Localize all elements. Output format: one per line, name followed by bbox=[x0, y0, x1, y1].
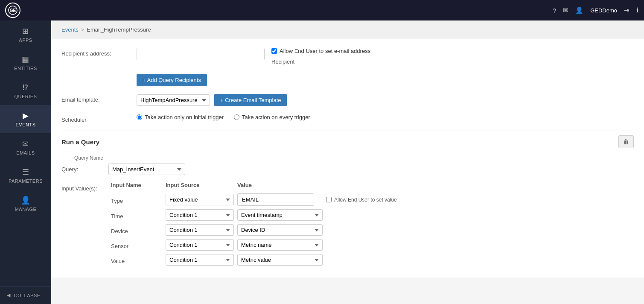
value-value-select[interactable]: Metric value bbox=[237, 254, 323, 266]
sidebar-item-events[interactable]: ▶ EVENTS bbox=[0, 105, 51, 133]
scheduler-option-2[interactable]: Take action on every trigger bbox=[234, 114, 310, 120]
query-name-col-label: Query Name bbox=[74, 155, 634, 161]
recipient-field: Allow End User to set e-mail address Rec… bbox=[137, 48, 634, 66]
content-area: Recipient's address: Allow End User to s… bbox=[51, 39, 644, 278]
sidebar-label-manage: MANAGE bbox=[15, 207, 37, 212]
delete-button[interactable]: 🗑 bbox=[618, 135, 634, 148]
col-input-name: Input Name bbox=[111, 182, 162, 188]
apps-icon: ⊞ bbox=[22, 26, 29, 36]
sidebar-item-emails[interactable]: ✉ EMAILS bbox=[0, 133, 51, 161]
top-navbar: GE ? ✉ 👤 GEDDemo ⇥ ℹ bbox=[0, 0, 644, 20]
device-input-source-select[interactable]: Condition 1 bbox=[166, 224, 234, 236]
ge-logo: GE bbox=[5, 3, 20, 18]
breadcrumb-separator: > bbox=[81, 26, 85, 33]
input-values-label: Input Value(s): bbox=[61, 182, 104, 192]
sidebar-label-events: EVENTS bbox=[15, 122, 35, 127]
table-row: Type Fixed value Allow End User to set v… bbox=[111, 193, 634, 206]
scheduler-option-2-label: Take action on every trigger bbox=[242, 114, 310, 120]
add-query-recipients-button[interactable]: + Add Query Recipients bbox=[137, 74, 207, 86]
section-divider bbox=[61, 131, 634, 131]
recipient-input[interactable] bbox=[137, 48, 265, 60]
allow-end-user-value-label: Allow End User to set value bbox=[334, 197, 397, 203]
email-template-select[interactable]: HighTempAndPressure bbox=[137, 94, 210, 106]
sidebar-item-entities[interactable]: ▦ ENTITIES bbox=[0, 49, 51, 77]
query-label: Query: bbox=[61, 166, 104, 172]
time-input-source-select[interactable]: Condition 1 bbox=[166, 209, 234, 221]
iv-table-header: Input Name Input Source Value bbox=[111, 182, 634, 190]
query-name-section: Query Name Query: Map_InsertEvent bbox=[61, 155, 634, 175]
row-label-value: Value bbox=[111, 255, 162, 264]
scheduler-radio-2[interactable] bbox=[234, 114, 239, 120]
run-query-section: Run a Query 🗑 Query Name Query: Map_Inse… bbox=[61, 135, 634, 269]
entities-icon: ▦ bbox=[22, 55, 29, 64]
row-label-type: Type bbox=[111, 195, 162, 204]
scheduler-field: Take action only on initial trigger Take… bbox=[137, 114, 634, 120]
table-row: Sensor Condition 1 Metric name bbox=[111, 239, 634, 251]
sidebar-label-emails: EMAILS bbox=[16, 150, 35, 155]
col-extra bbox=[326, 182, 634, 188]
run-query-header: Run a Query 🗑 bbox=[61, 135, 634, 148]
sidebar-item-apps[interactable]: ⊞ APPS bbox=[0, 20, 51, 49]
svg-text:GE: GE bbox=[10, 8, 16, 13]
collapse-icon: ◀ bbox=[7, 292, 11, 298]
scheduler-option-1[interactable]: Take action only on initial trigger bbox=[137, 114, 224, 120]
events-icon: ▶ bbox=[23, 111, 29, 120]
sidebar-item-queries[interactable]: ⁉ QUERIES bbox=[0, 77, 51, 105]
query-row: Query: Map_InsertEvent bbox=[61, 164, 634, 175]
allow-end-user-checkbox[interactable] bbox=[271, 48, 277, 54]
user-icon: 👤 bbox=[575, 6, 583, 14]
queries-icon: ⁉ bbox=[23, 83, 29, 92]
table-row: Time Condition 1 Event timestamp bbox=[111, 209, 634, 221]
device-value-select[interactable]: Device ID bbox=[237, 224, 323, 236]
run-query-title: Run a Query bbox=[61, 138, 99, 146]
scheduler-radio-1[interactable] bbox=[137, 114, 142, 120]
mail-icon[interactable]: ✉ bbox=[563, 6, 568, 14]
allow-end-user-value-row: Allow End User to set value bbox=[326, 197, 634, 203]
sidebar: ⊞ APPS ▦ ENTITIES ⁉ QUERIES ▶ EVENTS ✉ E… bbox=[0, 20, 51, 304]
scheduler-label: Scheduler bbox=[61, 114, 130, 123]
sidebar-label-queries: QUERIES bbox=[14, 94, 37, 99]
recipient-field-label: Recipient bbox=[271, 58, 294, 66]
sidebar-label-entities: ENTITIES bbox=[14, 66, 37, 71]
top-nav-right: ? ✉ 👤 GEDDemo ⇥ ℹ bbox=[553, 6, 639, 14]
col-input-source: Input Source bbox=[166, 182, 234, 188]
allow-end-user-value-checkbox[interactable] bbox=[326, 197, 332, 202]
parameters-icon: ☰ bbox=[22, 167, 29, 177]
sidebar-label-parameters: PARAMETERS bbox=[9, 178, 43, 184]
help-icon[interactable]: ? bbox=[553, 7, 556, 14]
input-values-section: Input Value(s): Input Name Input Source … bbox=[61, 182, 634, 269]
recipient-row: Recipient's address: Allow End User to s… bbox=[61, 48, 634, 66]
create-email-template-button[interactable]: + Create Email Template bbox=[214, 94, 287, 106]
scheduler-option-1-label: Take action only on initial trigger bbox=[145, 114, 224, 120]
info-icon[interactable]: ℹ bbox=[636, 6, 639, 14]
input-values-table: Input Name Input Source Value Type Fixed… bbox=[111, 182, 634, 269]
email-template-label: Email template: bbox=[61, 94, 130, 103]
breadcrumb-link[interactable]: Events bbox=[61, 26, 79, 33]
table-row: Device Condition 1 Device ID bbox=[111, 224, 634, 236]
allow-end-user-label: Allow End User to set e-mail address bbox=[280, 48, 370, 54]
main-content: Events > Email_HighTempPressure Recipien… bbox=[51, 20, 644, 304]
username-label[interactable]: GEDDemo bbox=[590, 7, 617, 14]
allow-end-user-row: Allow End User to set e-mail address bbox=[271, 48, 370, 54]
query-select[interactable]: Map_InsertEvent bbox=[108, 164, 185, 175]
scheduler-options: Take action only on initial trigger Take… bbox=[137, 114, 634, 120]
sidebar-item-parameters[interactable]: ☰ PARAMETERS bbox=[0, 161, 51, 190]
sidebar-item-manage[interactable]: 👤 MANAGE bbox=[0, 190, 51, 218]
breadcrumb-current: Email_HighTempPressure bbox=[87, 26, 151, 33]
manage-icon: 👤 bbox=[21, 196, 31, 205]
col-value: Value bbox=[237, 182, 323, 188]
value-input-source-select[interactable]: Condition 1 bbox=[166, 254, 234, 266]
type-input-source-select[interactable]: Fixed value bbox=[166, 194, 234, 205]
row-label-sensor: Sensor bbox=[111, 240, 162, 249]
breadcrumb: Events > Email_HighTempPressure bbox=[51, 20, 644, 39]
scheduler-row: Scheduler Take action only on initial tr… bbox=[61, 114, 634, 123]
logout-icon[interactable]: ⇥ bbox=[624, 6, 629, 14]
sensor-input-source-select[interactable]: Condition 1 bbox=[166, 239, 234, 251]
row-label-time: Time bbox=[111, 210, 162, 219]
time-value-select[interactable]: Event timestamp bbox=[237, 209, 323, 221]
email-template-field: HighTempAndPressure + Create Email Templ… bbox=[137, 94, 634, 106]
type-value-input[interactable] bbox=[237, 193, 314, 206]
sidebar-collapse[interactable]: ◀ COLLAPSE bbox=[0, 286, 51, 304]
sensor-value-select[interactable]: Metric name bbox=[237, 239, 323, 251]
collapse-label: COLLAPSE bbox=[14, 293, 41, 298]
